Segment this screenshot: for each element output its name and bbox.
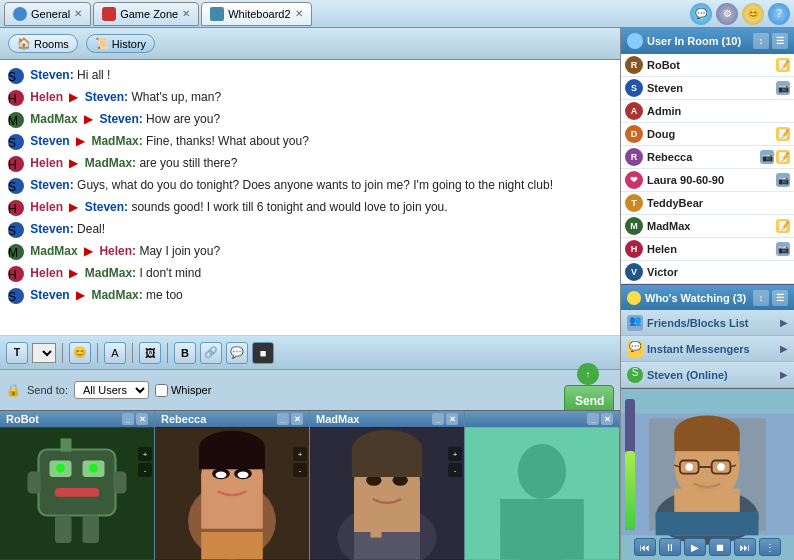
minimize-icon[interactable]: _	[277, 413, 289, 425]
zoom-in-btn[interactable]: +	[293, 447, 307, 461]
zoom-in-btn[interactable]: +	[138, 447, 152, 461]
close-icon[interactable]: ✕	[446, 413, 458, 425]
steven-section[interactable]: S Steven (Online) ▶	[621, 362, 794, 388]
cam-icon-helen[interactable]: 📷	[776, 242, 790, 256]
close-icon[interactable]: ✕	[136, 413, 148, 425]
user-item-teddybear[interactable]: T TeddyBear	[621, 192, 794, 215]
cam-icon-laura[interactable]: 📷	[776, 173, 790, 187]
avatar: M	[8, 244, 24, 260]
msg-sender: MadMax	[30, 112, 77, 126]
svg-point-33	[378, 521, 396, 532]
msg-sender: Steven:	[30, 222, 73, 236]
link-tool[interactable]: 🔗	[200, 342, 222, 364]
text-tool[interactable]: T	[6, 342, 28, 364]
tab-gamezone[interactable]: Game Zone ✕	[93, 2, 199, 26]
user-item-madmax[interactable]: M MadMax 📝	[621, 215, 794, 238]
avatar-madmax: M	[625, 217, 643, 235]
note-icon-madmax[interactable]: 📝	[776, 219, 790, 233]
user-item-robot[interactable]: R RoBot 📝	[621, 54, 794, 77]
sort-button[interactable]: ↕	[753, 33, 769, 49]
settings-icon[interactable]: ⚙	[716, 3, 738, 25]
nav-bar: 🏠 Rooms 📜 History	[0, 28, 620, 60]
user-item-victor[interactable]: V Victor	[621, 261, 794, 284]
cam-icon-rebecca[interactable]: 📷	[760, 150, 774, 164]
user-item-helen[interactable]: H Helen 📷	[621, 238, 794, 261]
user-item-admin[interactable]: A Admin	[621, 100, 794, 123]
svg-rect-1	[39, 450, 116, 516]
cam-icon-steven[interactable]: 📷	[776, 81, 790, 95]
font-size-select[interactable]	[32, 343, 56, 363]
user-item-rebecca[interactable]: R Rebecca 📷 📝	[621, 146, 794, 169]
note-icon-robot[interactable]: 📝	[776, 58, 790, 72]
send-to-select[interactable]: All Users	[74, 381, 149, 399]
im-arrow: ▶	[780, 343, 788, 354]
separator2	[97, 343, 98, 363]
emoji-tool[interactable]: 😊	[69, 342, 91, 364]
note-icon-rebecca[interactable]: 📝	[776, 150, 790, 164]
msg-sender: Helen	[30, 90, 63, 104]
im-section[interactable]: 💬 Instant Messengers ▶	[621, 336, 794, 362]
options-button[interactable]: ☰	[772, 33, 788, 49]
stop-control[interactable]: ⏹	[709, 538, 731, 556]
history-button[interactable]: 📜 History	[86, 34, 155, 53]
minimize-icon[interactable]: _	[432, 413, 444, 425]
tab-general[interactable]: General ✕	[4, 2, 91, 26]
msg-content: me too	[146, 288, 183, 302]
close-icon[interactable]: ✕	[291, 413, 303, 425]
input-toolbar: T 😊 A 🖼 B 🔗 💬 ■	[0, 336, 620, 370]
close-icon[interactable]: ✕	[601, 413, 613, 425]
chat-tool[interactable]: 💬	[226, 342, 248, 364]
user-item-steven[interactable]: S Steven 📷	[621, 77, 794, 100]
help-icon[interactable]: ?	[768, 3, 790, 25]
send-button-area: ↑ Send	[564, 363, 614, 417]
msg-arrow: ▶	[69, 266, 78, 280]
tab-whiteboard2[interactable]: Whiteboard2 ✕	[201, 2, 311, 26]
avatar-teddybear: T	[625, 194, 643, 212]
chat-icon[interactable]: 💬	[690, 3, 712, 25]
block-tool[interactable]: ■	[252, 342, 274, 364]
zoom-out-btn[interactable]: -	[293, 463, 307, 477]
whisper-checkbox[interactable]	[155, 384, 168, 397]
watching-sort[interactable]: ↕	[753, 290, 769, 306]
list-item: S Steven ▶ MadMax: Fine, thanks! What ab…	[8, 132, 612, 150]
forward-control[interactable]: ▶	[684, 538, 706, 556]
rewind-control[interactable]: ⏮	[634, 538, 656, 556]
volume-bar[interactable]	[625, 399, 635, 530]
rooms-button[interactable]: 🏠 Rooms	[8, 34, 78, 53]
tab-general-close[interactable]: ✕	[74, 8, 82, 19]
image-tool[interactable]: 🖼	[139, 342, 161, 364]
user-item-doug[interactable]: D Doug 📝	[621, 123, 794, 146]
video-title-rebecca: Rebecca _ ✕	[155, 411, 309, 427]
face-icon[interactable]: 😊	[742, 3, 764, 25]
zoom-in-btn[interactable]: +	[448, 447, 462, 461]
user-icons-robot: 📝	[776, 58, 790, 72]
messages-area[interactable]: S Steven: Hi all ! H Helen ▶ Steven: Wha…	[0, 60, 620, 336]
whisper-option[interactable]: Whisper	[155, 384, 211, 397]
bold-tool[interactable]: B	[174, 342, 196, 364]
avatar-laura: ❤	[625, 171, 643, 189]
im-label: Instant Messengers	[647, 343, 750, 355]
video-cell-rebecca: Rebecca _ ✕	[155, 411, 310, 560]
text-color-tool[interactable]: A	[104, 342, 126, 364]
zoom-out-btn[interactable]: -	[138, 463, 152, 477]
zoom-out-btn[interactable]: -	[448, 463, 462, 477]
username-robot: RoBot	[647, 59, 776, 71]
note-icon-doug[interactable]: 📝	[776, 127, 790, 141]
rooms-icon: 🏠	[17, 37, 31, 50]
madmax-svg	[310, 427, 464, 560]
video-icons-robot: _ ✕	[122, 413, 148, 425]
fast-forward-control[interactable]: ⏭	[734, 538, 756, 556]
play-control[interactable]: ⏸	[659, 538, 681, 556]
minimize-icon[interactable]: _	[122, 413, 134, 425]
username-teddybear: TeddyBear	[647, 197, 790, 209]
tab-gamezone-close[interactable]: ✕	[182, 8, 190, 19]
watching-options[interactable]: ☰	[772, 290, 788, 306]
steven-status-icon: S	[627, 367, 643, 383]
user-item-laura[interactable]: ❤ Laura 90-60-90 📷	[621, 169, 794, 192]
list-item: H Helen ▶ Steven: sounds good! I work ti…	[8, 198, 612, 216]
scroll-handle[interactable]	[782, 460, 792, 490]
minimize-icon[interactable]: _	[587, 413, 599, 425]
friends-section[interactable]: 👥 Friends/Blocks List ▶	[621, 310, 794, 336]
more-control[interactable]: ⋮	[759, 538, 781, 556]
tab-whiteboard2-close[interactable]: ✕	[295, 8, 303, 19]
